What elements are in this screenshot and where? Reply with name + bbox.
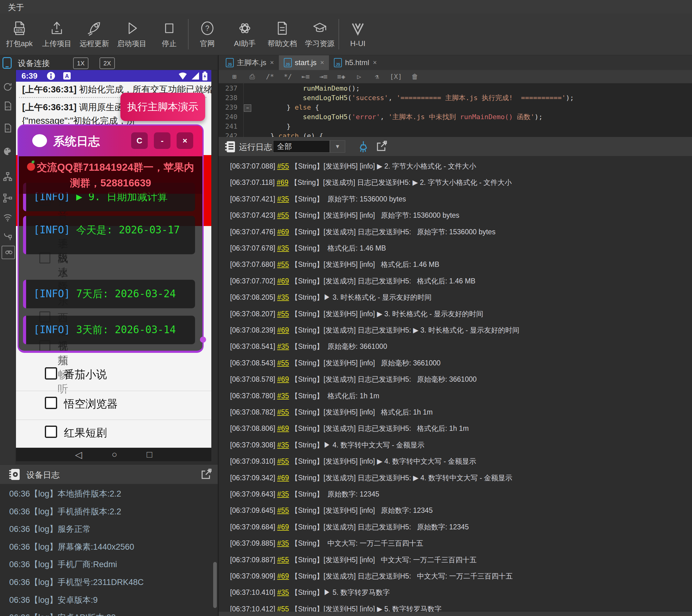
toolbar-official-site[interactable]: ?官网	[189, 14, 226, 55]
log-tag-link[interactable]: #69	[277, 178, 288, 186]
log-tag-link[interactable]: #55	[277, 359, 289, 367]
resize-handle-dot[interactable]	[200, 336, 206, 343]
toolbar-h-ui[interactable]: H-UI	[339, 14, 376, 55]
checkbox[interactable]	[45, 397, 57, 409]
close-button[interactable]: ×	[177, 132, 193, 149]
indent-icon[interactable]: ⇥≡	[319, 72, 328, 82]
log-tag-link[interactable]: #55	[277, 211, 289, 219]
zoom-2x-button[interactable]: 2X	[100, 58, 115, 69]
log-type: 【String】	[289, 162, 323, 170]
nav-recents-button[interactable]: □	[147, 449, 152, 460]
clear-log-broom-icon[interactable]	[356, 140, 368, 153]
usb-cable-icon[interactable]	[2, 232, 13, 242]
log-tag-link[interactable]: #55	[277, 260, 289, 268]
log-tag-link[interactable]: #69	[277, 424, 289, 432]
device-log-list[interactable]: 06:36【log】本地插件版本:2.206:36【log】手机插件版本:2.2…	[0, 484, 218, 616]
apk-file-icon[interactable]: APK	[2, 101, 13, 111]
log-time: [06:37:07.476]	[230, 228, 277, 236]
toolbar-upload-project[interactable]: 上传项目	[38, 14, 75, 55]
run-log-scrollbar[interactable]	[218, 612, 692, 616]
log-filter-select[interactable]: 全部	[273, 140, 330, 153]
app-item-番茄小说[interactable]: 番茄小说	[16, 362, 211, 391]
log-tag-link[interactable]: #69	[277, 474, 289, 482]
zoom-1x-button[interactable]: 1X	[73, 58, 88, 69]
log-tag-link[interactable]: #35	[277, 490, 289, 498]
screenshot-icon[interactable]	[2, 246, 15, 259]
wifi-icon[interactable]	[2, 212, 13, 223]
log-tag-link[interactable]: #35	[277, 539, 289, 547]
log-tag-link[interactable]: #69	[277, 326, 289, 334]
system-log-window[interactable]: 系统日志 C - × 交流QQ群711841924群一，苹果内测群，528816…	[18, 124, 203, 353]
run-icon[interactable]: ▷	[354, 72, 364, 82]
tab-close-icon[interactable]: ×	[270, 59, 274, 67]
log-tag-link[interactable]: #35	[277, 343, 289, 350]
tab-start.js[interactable]: JSstart.js×	[279, 55, 329, 70]
toolbar-help-docs[interactable]: 帮助文档	[263, 14, 301, 55]
app-item-红果短剧[interactable]: 红果短剧	[16, 419, 211, 448]
phone-app-content[interactable]: [上午6:36:31] 初始化完成，所有交互功能已就绪 [上午6:36:31] …	[16, 82, 211, 448]
menu-about[interactable]: 关于	[8, 2, 24, 13]
comment-close-icon[interactable]: */	[283, 72, 293, 82]
clear-trash-icon[interactable]: 🗑	[410, 72, 420, 82]
palette-icon[interactable]	[2, 146, 13, 157]
log-tag-link[interactable]: #35	[277, 441, 289, 449]
log-tag-link[interactable]: #69	[277, 228, 289, 236]
tab-close-icon[interactable]: ×	[320, 59, 324, 67]
toolbar-learning-resources[interactable]: 学习资源	[301, 14, 339, 55]
log-tag-link[interactable]: #55	[277, 162, 289, 170]
node-tree-2-icon[interactable]	[2, 193, 13, 203]
log-tag-link[interactable]: #35	[277, 195, 289, 203]
connect-refresh-icon[interactable]	[2, 82, 13, 92]
toolbar-package-apk[interactable]: APK打包apk	[1, 14, 38, 55]
toolbar-stop[interactable]: 停止	[151, 14, 188, 55]
checkbox[interactable]	[45, 425, 57, 438]
log-tag-link[interactable]: #69	[277, 523, 289, 531]
toolbar-start-project[interactable]: 启动项目	[113, 14, 151, 55]
export-log-icon[interactable]	[376, 141, 387, 152]
phone-mirror[interactable]: 6:39 A [上午6:36:31] 初始化完成，所有交互功能已就绪 [上午6:…	[16, 70, 211, 461]
log-message: [发送到H5] [info] 原始数字: 12345	[323, 506, 432, 514]
run-main-script-button[interactable]: 执行主脚本演示	[121, 93, 205, 121]
log-tag-link[interactable]: #55	[277, 556, 289, 564]
print-icon[interactable]: ⎙	[247, 72, 257, 82]
fold-marker[interactable]: −	[244, 104, 251, 112]
log-tag-link[interactable]: #55	[277, 457, 289, 465]
app-item-悟空浏览器[interactable]: 悟空浏览器	[16, 391, 211, 420]
tab-h5.html[interactable]: JSh5.html×	[329, 55, 382, 70]
code-editor[interactable]: 237 runMainDemo();238 sendLogToH5('succe…	[218, 84, 692, 137]
format-code-icon[interactable]: ≡◈	[336, 72, 346, 82]
system-log-header[interactable]: 系统日志 C - ×	[19, 126, 202, 156]
log-tag-link[interactable]: #35	[277, 244, 289, 252]
log-filter-arrow[interactable]: ▼	[330, 140, 345, 153]
node-tree-icon[interactable]	[2, 171, 13, 182]
device-log-scrollbar[interactable]	[213, 562, 217, 608]
nav-back-button[interactable]: ◁	[75, 449, 82, 460]
log-tag-link[interactable]: #69	[277, 375, 289, 383]
test-flask-icon[interactable]: ⚗	[372, 72, 382, 82]
nav-home-button[interactable]: ○	[111, 449, 117, 460]
minimize-button[interactable]: -	[154, 132, 171, 149]
device-phone-icon[interactable]	[2, 57, 12, 69]
xml-tools-icon[interactable]: [X]	[390, 72, 402, 82]
log-tag-link[interactable]: #35	[277, 588, 289, 596]
html-file-icon[interactable]: ML	[2, 123, 13, 133]
toolbar-remote-update[interactable]: 远程更新	[75, 14, 113, 55]
log-tag-link[interactable]: #69	[277, 277, 289, 285]
log-tag-link[interactable]: #69	[277, 572, 289, 580]
toolbar-ai-assistant[interactable]: AI助手	[226, 14, 263, 55]
panel-divider	[218, 55, 219, 616]
tab-close-icon[interactable]: ×	[373, 59, 377, 67]
comment-open-icon[interactable]: /*	[265, 72, 275, 82]
log-tag-link[interactable]: #35	[277, 293, 289, 301]
outdent-icon[interactable]: ⇤≡	[301, 72, 310, 82]
clear-button[interactable]: C	[131, 132, 148, 149]
log-tag-link[interactable]: #55	[277, 310, 289, 318]
export-device-log-icon[interactable]	[200, 469, 212, 480]
log-tag-link[interactable]: #55	[277, 408, 289, 416]
run-log-list[interactable]: [06:37:07.088] #55 【String】[发送到H5] [info…	[218, 156, 692, 616]
log-tag-link[interactable]: #55	[277, 506, 289, 514]
checkbox[interactable]	[45, 367, 57, 379]
log-tag-link[interactable]: #35	[277, 392, 289, 400]
new-file-icon[interactable]: ⊞	[230, 72, 239, 82]
tab-主脚本.js[interactable]: JS主脚本.js×	[221, 55, 279, 70]
